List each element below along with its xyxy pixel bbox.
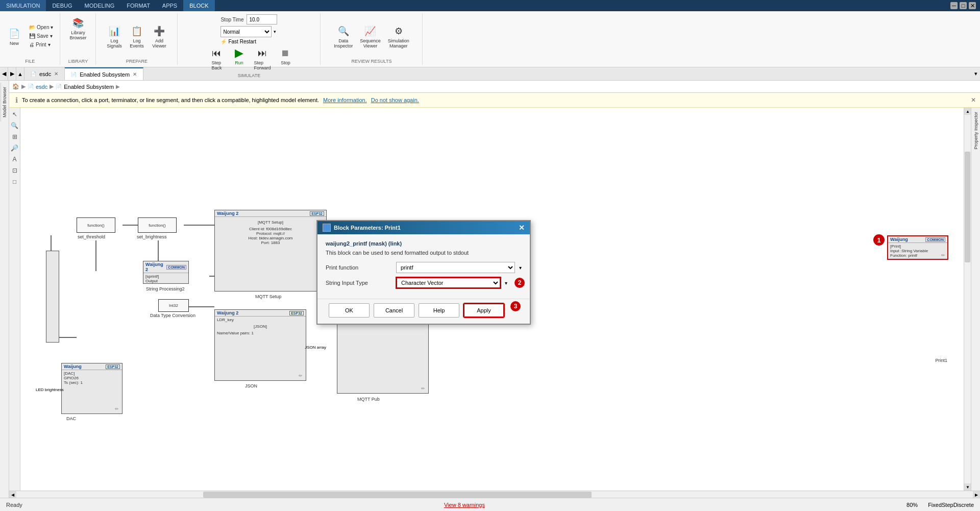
set-threshold-block[interactable]: function()	[77, 217, 115, 233]
print-function-select[interactable]: printf fprintf	[396, 262, 515, 273]
json-title: Waijung 2	[217, 310, 238, 315]
subsystem-tab-close[interactable]: ✕	[133, 71, 137, 77]
breadcrumb-home[interactable]: 🏠	[12, 83, 19, 90]
stop-button[interactable]: ⏹ Stop	[275, 44, 296, 72]
hscroll-thumb[interactable]	[203, 492, 592, 498]
window-minimize[interactable]: ─	[950, 2, 958, 9]
sequence-viewer-button[interactable]: 📈 SequenceViewer	[357, 22, 383, 50]
json-edit-icon: ✏	[299, 373, 303, 378]
hscroll-left[interactable]: ◀	[9, 491, 16, 498]
block-params-dialog: Block Parameters: Print1 ✕ waijung2_prin…	[316, 220, 531, 325]
tab-forward-button[interactable]: ▶	[8, 67, 16, 80]
simulation-manager-button[interactable]: ⚙ SimulationManager	[385, 22, 412, 50]
step-forward-button[interactable]: ⏭ StepForward	[251, 44, 273, 72]
stop-time-input[interactable]	[247, 14, 277, 25]
json-block[interactable]: Waijung 2 ESP32 LDR_key [JSON] Name/Valu…	[214, 309, 306, 381]
open-dropdown-icon: ▾	[51, 25, 53, 30]
mode-dropdown-icon[interactable]: ▾	[274, 29, 276, 34]
zoom-out-tool[interactable]: 🔎	[10, 143, 19, 153]
vscroll-down[interactable]: ▼	[964, 483, 971, 491]
string-proc-line1: [sprintf]	[145, 274, 186, 279]
zoom-fit-tool[interactable]: ⊞	[10, 132, 19, 141]
hscroll-right[interactable]: ▶	[973, 491, 980, 498]
menu-apps[interactable]: APPS	[156, 0, 183, 11]
open-button[interactable]: 📂 Open ▾	[27, 23, 56, 31]
tab-enabled-subsystem[interactable]: 📄 Enabled Subsystem ✕	[65, 67, 143, 80]
run-button[interactable]: ▶ Run	[229, 44, 249, 72]
window-maximize[interactable]: □	[960, 2, 967, 9]
fast-restart-checkbox[interactable]: ⚡ Fast Restart	[220, 39, 256, 44]
zoom-in-tool[interactable]: 🔍	[10, 121, 19, 130]
status-zoom: 80%	[906, 502, 918, 508]
breadcrumb-esdc[interactable]: esdc	[36, 84, 47, 90]
canvas: function() set_threshold function() set_…	[20, 108, 964, 491]
cancel-button[interactable]: Cancel	[374, 303, 414, 318]
menu-modeling[interactable]: MODELING	[79, 0, 121, 11]
tab-back-button[interactable]: ◀	[0, 67, 8, 80]
more-info-link[interactable]: More information.	[323, 97, 367, 103]
menu-debug[interactable]: DEBUG	[46, 0, 78, 11]
log-signals-button[interactable]: 📊 LogSignals	[104, 22, 125, 50]
ok-button[interactable]: OK	[329, 303, 370, 318]
preview-line3: Function: printf	[890, 253, 945, 258]
library-browser-button[interactable]: 📚 LibraryBrowser	[67, 14, 89, 42]
mqtt-setup-block[interactable]: Waijung 2 ESP32 [MQTT Setup] Client id: …	[214, 210, 327, 291]
left-panel: Model Browser	[0, 81, 9, 498]
property-inspector-tab[interactable]: Property Inspector	[972, 108, 979, 154]
select-tool[interactable]: ↖	[10, 110, 19, 119]
vertical-scrollbar[interactable]: ▲ ▼	[964, 108, 971, 491]
log-events-button[interactable]: 📋 LogEvents	[127, 22, 147, 50]
string-input-type-select[interactable]: Character Vector String Array	[396, 277, 501, 288]
esdc-tab-close[interactable]: ✕	[54, 71, 58, 77]
window-close[interactable]: ✕	[969, 2, 976, 9]
menu-format[interactable]: FORMAT	[120, 0, 156, 11]
new-button[interactable]: 📄 New	[4, 25, 24, 47]
toolbar-review-section: 🔍 DataInspector 📈 SequenceViewer ⚙ Simul…	[321, 13, 423, 65]
print-button[interactable]: 🖨 Print ▾	[27, 41, 56, 48]
status-bar: Ready View 8 warnings 80% FixedStepDiscr…	[0, 498, 980, 511]
help-button[interactable]: Help	[419, 303, 459, 318]
do-not-show-link[interactable]: Do not show again.	[371, 97, 419, 103]
string-proc-block[interactable]: Waijung 2 COMMON [sprintf] Output	[143, 261, 189, 284]
mqtt-label: MQTT Setup	[255, 294, 281, 299]
led-label: LED brightness	[36, 387, 64, 392]
preview-line2: Input :String Variable	[890, 249, 945, 253]
box-tool[interactable]: □	[10, 177, 19, 186]
connect-tool[interactable]: ⊡	[10, 166, 19, 175]
save-icon: 💾	[29, 33, 35, 39]
menu-block[interactable]: BLOCK	[183, 0, 214, 11]
fast-restart-icon: ⚡	[220, 39, 227, 44]
json-port-in: LDR_key	[217, 318, 304, 322]
dac-line0: [DAC]	[64, 371, 120, 376]
dialog-close-button[interactable]: ✕	[519, 224, 525, 232]
apply-button[interactable]: Apply	[463, 303, 504, 318]
info-close-button[interactable]: ✕	[971, 96, 976, 104]
status-warnings[interactable]: View 8 warnings	[33, 502, 896, 508]
add-viewer-button[interactable]: ➕ AddViewer	[149, 22, 169, 50]
step-back-button[interactable]: ⏮ StepBack	[206, 44, 227, 72]
set-brightness-block[interactable]: function()	[138, 217, 177, 233]
horizontal-scrollbar[interactable]: ◀ ▶	[9, 491, 980, 498]
preview-edit-icon: ✏	[941, 253, 945, 258]
menu-simulation[interactable]: SIMULATION	[0, 0, 46, 11]
simulation-mode-select[interactable]: Normal Accelerator	[220, 26, 272, 37]
int32-block[interactable]: Int32	[158, 299, 189, 312]
toolbar-simulate-section: Stop Time Normal Accelerator ▾ ⚡ Fast Re…	[178, 13, 321, 65]
vscroll-up[interactable]: ▲	[964, 108, 971, 115]
tab-up-button[interactable]: ▲	[16, 67, 24, 80]
annotation-3: 3	[510, 301, 521, 311]
mqtt-line3: Host: bidev.aimagin.com	[217, 236, 324, 240]
data-inspector-button[interactable]: 🔍 DataInspector	[331, 22, 355, 50]
subsystem-tab-icon: 📄	[71, 72, 77, 77]
model-browser-tab[interactable]: Model Browser	[1, 83, 8, 121]
text-tool[interactable]: A	[10, 155, 19, 164]
tab-more-button[interactable]: ▾	[972, 70, 980, 77]
save-button[interactable]: 💾 Save ▾	[27, 32, 56, 40]
tab-esdc[interactable]: 📄 esdc ✕	[24, 67, 65, 80]
string-proc-title: Waijung 2	[145, 262, 166, 272]
dac-block[interactable]: Waijung ESP32 [DAC] GPIO26 Ts (sec): 1 ✏	[61, 363, 122, 414]
info-banner: ℹ To create a connection, click a port, …	[9, 93, 980, 108]
preview-print1-block[interactable]: Waijung COMMON [Print] Input :String Var…	[887, 235, 948, 260]
dialog-titlebar[interactable]: Block Parameters: Print1 ✕	[317, 221, 530, 234]
vscroll-thumb[interactable]	[965, 152, 970, 262]
